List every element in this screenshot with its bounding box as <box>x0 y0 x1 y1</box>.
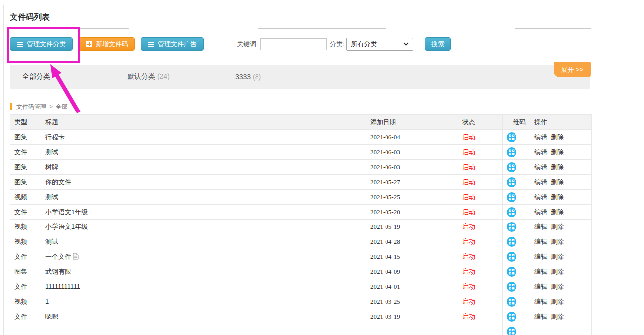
search-button[interactable]: 搜索 <box>425 37 451 51</box>
header-type: 类型 <box>10 115 41 130</box>
qr-code-icon[interactable] <box>507 237 516 247</box>
row-type: 文件 <box>10 249 41 264</box>
expand-button[interactable]: 展开 >> <box>554 62 591 77</box>
row-date: 2021-04-28 <box>366 234 458 249</box>
qr-code-icon[interactable] <box>507 147 516 157</box>
row-actions: 编辑删除 <box>530 160 592 175</box>
edit-link[interactable]: 编辑 <box>534 298 547 305</box>
row-actions: 编辑删除 <box>530 145 592 160</box>
edit-link[interactable]: 编辑 <box>534 163 547 171</box>
manage-category-button[interactable]: 管理文件分类 <box>10 37 73 51</box>
category-tab-3333[interactable]: 3333 (8) <box>235 73 261 81</box>
edit-link[interactable]: 编辑 <box>534 283 547 290</box>
row-status: 启动 <box>458 145 503 160</box>
category-tab-count: (8) <box>253 73 261 81</box>
delete-link[interactable]: 删除 <box>551 223 564 230</box>
row-date: 2021-05-25 <box>366 190 458 205</box>
delete-link[interactable]: 删除 <box>551 148 564 156</box>
delete-link[interactable]: 删除 <box>551 178 564 186</box>
row-date-text: 2021-06-03 <box>370 163 400 171</box>
header-status: 状态 <box>458 115 503 130</box>
header-date: 添加日期 <box>366 115 458 130</box>
row-date-text: 2021-06-04 <box>370 133 400 141</box>
row-title <box>41 324 366 335</box>
edit-link[interactable]: 编辑 <box>534 133 547 141</box>
delete-link[interactable]: 删除 <box>551 133 564 141</box>
edit-link[interactable]: 编辑 <box>534 148 547 156</box>
table-row: 视频 1 2021-03-25 启动 编辑删除 <box>10 294 592 309</box>
qr-code-icon[interactable] <box>507 132 516 142</box>
edit-link[interactable]: 编辑 <box>534 178 547 186</box>
keyword-label: 关键词: <box>237 40 258 49</box>
breadcrumb-section[interactable]: 文件码管理 <box>16 103 46 111</box>
status-badge: 启动 <box>462 208 475 216</box>
qr-code-icon[interactable] <box>507 192 516 202</box>
row-type: 文件 <box>10 145 41 160</box>
delete-link[interactable]: 删除 <box>551 253 564 260</box>
row-title: 1 <box>41 294 366 309</box>
row-qrcode <box>503 264 530 279</box>
row-qrcode <box>503 205 530 220</box>
delete-link[interactable]: 删除 <box>551 193 564 201</box>
row-status: 启动 <box>458 279 503 294</box>
qr-code-icon[interactable] <box>507 327 516 335</box>
delete-link[interactable]: 删除 <box>551 283 564 290</box>
qr-code-icon[interactable] <box>507 267 516 277</box>
table-row <box>10 324 592 335</box>
row-date-text: 2021-03-19 <box>370 313 400 320</box>
category-tab-all[interactable]: 全部分类 <box>22 72 50 81</box>
row-type: 图集 <box>10 264 41 279</box>
qr-code-icon[interactable] <box>507 207 516 217</box>
row-actions: 编辑删除 <box>530 249 592 264</box>
edit-link[interactable]: 编辑 <box>534 253 547 260</box>
category-tab-default[interactable]: 默认分类 (24) <box>128 72 170 81</box>
breadcrumb-accent-bar <box>10 103 12 110</box>
row-type-text: 文件 <box>14 253 27 260</box>
edit-link[interactable]: 编辑 <box>534 223 547 230</box>
keyword-input[interactable] <box>260 38 327 50</box>
delete-link[interactable]: 删除 <box>551 238 564 245</box>
status-badge: 启动 <box>462 238 475 245</box>
row-title: 嗯嗯 <box>41 309 366 324</box>
qr-code-icon[interactable] <box>507 222 516 232</box>
category-select[interactable]: 所有分类 <box>346 38 413 51</box>
table-row: 文件 小学语文1年级 2021-05-20 启动 编辑删除 <box>10 205 592 220</box>
add-filecode-button[interactable]: 新增文件码 <box>79 37 135 51</box>
row-title-text: 测试 <box>45 148 58 156</box>
table-row: 图集 武钢有限 2021-04-09 启动 编辑删除 <box>10 264 592 279</box>
row-date-text: 2021-06-03 <box>370 148 400 156</box>
delete-link[interactable]: 删除 <box>551 268 564 275</box>
edit-link[interactable]: 编辑 <box>534 313 547 320</box>
table-row: 视频 测试 2021-04-28 启动 编辑删除 <box>10 234 592 249</box>
delete-link[interactable]: 删除 <box>551 163 564 171</box>
edit-link[interactable]: 编辑 <box>534 208 547 216</box>
row-type: 文件 <box>10 279 41 294</box>
row-date-text: 2021-05-27 <box>370 178 400 186</box>
row-qrcode <box>503 249 530 264</box>
qr-code-icon[interactable] <box>507 162 516 172</box>
row-date: 2021-04-01 <box>366 279 458 294</box>
qr-code-icon[interactable] <box>507 252 516 262</box>
row-date: 2021-05-20 <box>366 205 458 220</box>
qr-code-icon[interactable] <box>507 312 516 322</box>
row-title: 你的文件 <box>41 175 366 190</box>
row-type <box>10 324 41 335</box>
row-title: 武钢有限 <box>41 264 366 279</box>
delete-link[interactable]: 删除 <box>551 313 564 320</box>
delete-link[interactable]: 删除 <box>551 208 564 216</box>
edit-link[interactable]: 编辑 <box>534 268 547 275</box>
qr-code-icon[interactable] <box>507 282 516 292</box>
row-status: 启动 <box>458 205 503 220</box>
qr-code-icon[interactable] <box>507 297 516 307</box>
delete-link[interactable]: 删除 <box>551 298 564 305</box>
category-tab-label: 默认分类 <box>128 72 155 80</box>
edit-link[interactable]: 编辑 <box>534 193 547 201</box>
row-status: 启动 <box>458 234 503 249</box>
add-filecode-label: 新增文件码 <box>96 40 128 49</box>
qr-code-icon[interactable] <box>507 177 516 187</box>
row-title: 11111111111 <box>41 279 366 294</box>
row-qrcode <box>503 234 530 249</box>
edit-link[interactable]: 编辑 <box>534 238 547 245</box>
manage-ads-button[interactable]: 管理文件广告 <box>141 37 204 51</box>
row-actions: 编辑删除 <box>530 264 592 279</box>
